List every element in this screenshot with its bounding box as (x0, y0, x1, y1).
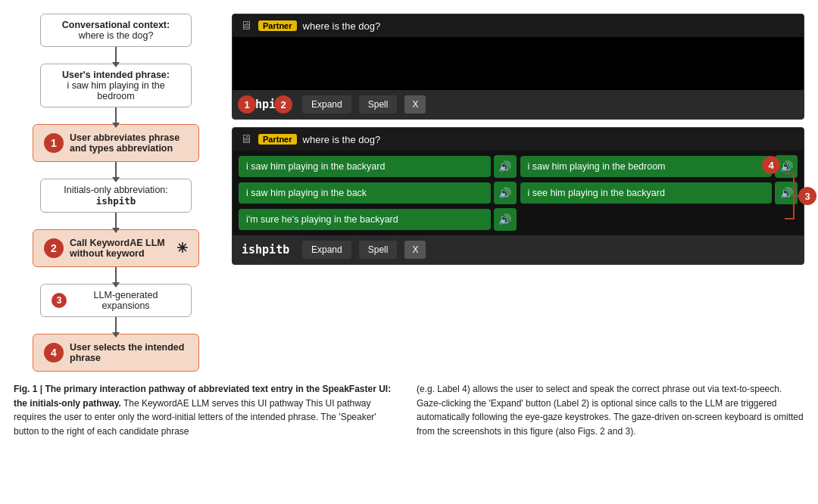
arrow-3 (115, 162, 117, 179)
step4-badge: 4 (44, 343, 64, 362)
step1-badge: 1 (44, 133, 64, 153)
badge-3: 3 (798, 187, 816, 205)
screen2: 🖥 Partner where is the dog? i saw him pl… (232, 127, 804, 265)
bracket-arrow (783, 166, 798, 226)
badge-4: 4 (762, 156, 780, 174)
step2-badge: 2 (44, 238, 64, 258)
flowchart: Conversational context: where is the dog… (14, 14, 218, 372)
screenshots: 🖥 Partner where is the dog? ishpitb Expa… (232, 14, 804, 372)
suggestion-btn-0[interactable]: i saw him playing in the backyard (239, 156, 491, 177)
speaker-icon-0: 🔊 (498, 160, 511, 173)
speaker-icon-4: 🔊 (498, 213, 511, 226)
arrow-2 (115, 107, 117, 124)
step3-num: 3 (52, 293, 67, 308)
screen2-wrapper: 🖥 Partner where is the dog? i saw him pl… (232, 127, 804, 265)
badge-3-container: 3 (783, 166, 816, 226)
caption-left: Fig. 1 | The primary interaction pathway… (14, 382, 401, 438)
step2-box: 2 Call KeywordAE LLM without keyword ✳ (33, 229, 199, 267)
llm-icon: ✳ (176, 240, 188, 257)
partner-badge-2: Partner (258, 134, 297, 145)
context-label: Conversational context: (52, 20, 180, 30)
abbrev-2: ishpitb (242, 243, 295, 257)
speaker-btn-0[interactable]: 🔊 (494, 155, 517, 178)
arrow-1 (115, 47, 117, 64)
suggestion-row-1: i saw him playing in the bedroom 🔊 (520, 155, 798, 178)
caption-body-right: (e.g. Label 4) allows the user to select… (417, 384, 804, 437)
caption-right: (e.g. Label 4) allows the user to select… (417, 382, 804, 438)
screen1-wrapper: 🖥 Partner where is the dog? ishpitb Expa… (232, 14, 804, 120)
arrow-6 (115, 317, 117, 334)
step4-box: 4 User selects the intended phrase (33, 334, 199, 372)
step1-label: User abbreviates phrase and types abbrev… (70, 132, 188, 154)
chat-text-1: where is the dog? (303, 20, 381, 32)
step3-badge: 3 LLM-generated expansions (52, 290, 180, 311)
suggestion-btn-3[interactable]: i see him playing in the backyard (520, 182, 773, 204)
badge-2: 2 (274, 95, 292, 114)
llm-expansions-box: 3 LLM-generated expansions (40, 284, 192, 317)
intended-box: User's intended phrase: i saw him playin… (40, 64, 192, 107)
screen1-black (233, 37, 804, 90)
initials-label: Initials-only abbreviation: (52, 185, 180, 195)
expand-button-1[interactable]: Expand (302, 95, 351, 114)
intended-label: User's intended phrase: (52, 70, 180, 80)
partner-badge-1: Partner (258, 20, 297, 31)
suggestion-btn-1[interactable]: i saw him playing in the bedroom (520, 156, 773, 177)
llm-expansions-label: LLM-generated expansions (71, 290, 180, 311)
badge-1: 1 (238, 95, 256, 114)
screen2-topbar: 🖥 Partner where is the dog? (233, 128, 804, 151)
initials-value: ishpitb (52, 195, 180, 207)
suggestions-grid: i saw him playing in the backyard 🔊 i sa… (233, 151, 804, 235)
speaker-icon-2: 🔊 (498, 187, 511, 199)
chat-text-2: where is the dog? (303, 134, 381, 145)
screen1: 🖥 Partner where is the dog? ishpitb Expa… (232, 14, 804, 120)
monitor-icon: 🖥 (240, 19, 252, 33)
screen2-bottombar: ishpitb Expand Spell X (233, 235, 804, 264)
suggestion-btn-4[interactable]: i'm sure he's playing in the backyard (239, 209, 491, 230)
context-box: Conversational context: where is the dog… (40, 14, 192, 47)
suggestion-row-3: i see him playing in the backyard 🔊 (520, 182, 798, 204)
monitor-icon-2: 🖥 (240, 132, 252, 146)
step1-box: 1 User abbreviates phrase and types abbr… (33, 124, 199, 162)
arrow-5 (115, 267, 117, 284)
speaker-btn-2[interactable]: 🔊 (494, 182, 517, 204)
x-button-1[interactable]: X (404, 95, 426, 114)
arrow-4 (115, 213, 117, 229)
spell-button-2[interactable]: Spell (359, 241, 398, 259)
context-value: where is the dog? (52, 30, 180, 41)
speaker-btn-4[interactable]: 🔊 (494, 208, 517, 231)
step4-label: User selects the intended phrase (70, 342, 188, 363)
initials-box: Initials-only abbreviation: ishpitb (40, 179, 192, 213)
expand-button-2[interactable]: Expand (302, 241, 351, 259)
suggestion-row-4: i'm sure he's playing in the backyard 🔊 (239, 208, 517, 231)
suggestion-row-2: i saw him playing in the back 🔊 (239, 182, 517, 204)
caption-fig-label: Fig. 1 (14, 384, 37, 394)
suggestion-btn-2[interactable]: i saw him playing in the back (239, 182, 491, 204)
figure-caption: Fig. 1 | The primary interaction pathway… (0, 372, 818, 446)
suggestion-empty (520, 208, 798, 231)
spell-button-1[interactable]: Spell (359, 95, 398, 114)
intended-value: i saw him playing in the bedroom (52, 80, 180, 101)
x-button-2[interactable]: X (404, 241, 426, 259)
screen1-topbar: 🖥 Partner where is the dog? (233, 14, 804, 37)
step2-label: Call KeywordAE LLM without keyword (70, 238, 170, 259)
screen1-bottombar: ishpitb Expand Spell X (233, 90, 804, 119)
suggestion-row-0: i saw him playing in the backyard 🔊 (239, 155, 517, 178)
